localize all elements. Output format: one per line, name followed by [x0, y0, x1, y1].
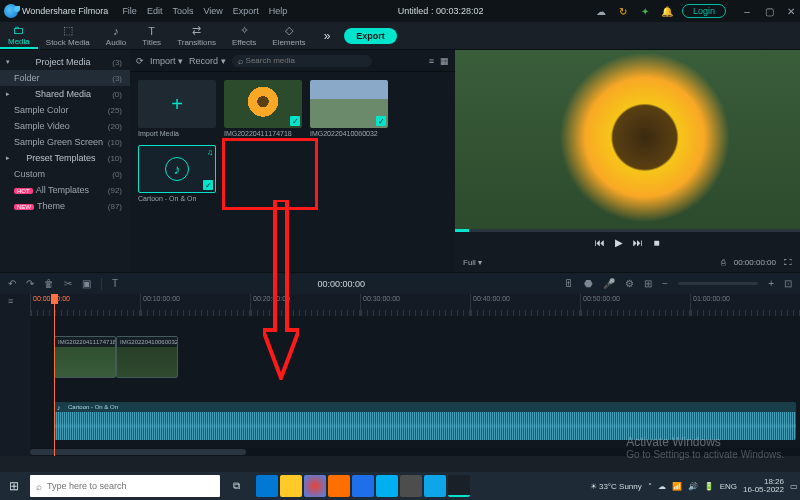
undo-icon[interactable]: ↶ [8, 278, 16, 289]
battery-icon[interactable]: 🔋 [704, 482, 714, 491]
more-tabs-icon[interactable]: » [324, 29, 331, 43]
bell-icon[interactable]: 🔔 [660, 4, 674, 18]
volume-icon[interactable]: 🔊 [688, 482, 698, 491]
zoom-fit-icon[interactable]: ⊡ [784, 278, 792, 289]
login-button[interactable]: Login [682, 4, 726, 18]
app-firefox-icon[interactable] [328, 475, 350, 497]
taskbar-clock[interactable]: 18:26 16-05-2022 [743, 478, 784, 494]
text-icon[interactable]: T [112, 278, 118, 289]
sidebar-all-templates[interactable]: HOTAll Templates(92) [0, 182, 130, 198]
refresh-icon[interactable]: ⟳ [136, 56, 144, 66]
video-clip-1[interactable]: IMG20220411174718 [54, 336, 116, 378]
sidebar-sample-video[interactable]: Sample Video(20) [0, 118, 130, 134]
menu-tools[interactable]: Tools [172, 6, 193, 16]
menu-help[interactable]: Help [269, 6, 288, 16]
sidebar-theme[interactable]: NEWTheme(87) [0, 198, 130, 214]
tab-effects[interactable]: ✧Effects [224, 22, 264, 49]
start-button[interactable]: ⊞ [2, 474, 26, 498]
render-icon[interactable]: ⚙ [625, 278, 634, 289]
media-item-2[interactable]: ✓ IMG20220410060032 [310, 80, 388, 137]
app-skype-icon[interactable] [376, 475, 398, 497]
redo-icon[interactable]: ↷ [26, 278, 34, 289]
gift-icon[interactable]: ✦ [638, 4, 652, 18]
preview-viewport[interactable] [455, 50, 800, 232]
media-item-audio[interactable]: ♪ ♫ ✓ Cartoon - On & On [138, 145, 216, 202]
menu-export[interactable]: Export [233, 6, 259, 16]
app-explorer-icon[interactable] [280, 475, 302, 497]
menu-view[interactable]: View [203, 6, 222, 16]
cloud-icon[interactable]: ☁ [594, 4, 608, 18]
close-button[interactable]: ✕ [786, 6, 796, 17]
menu-edit[interactable]: Edit [147, 6, 163, 16]
zoom-in-icon[interactable]: + [768, 278, 774, 289]
onedrive-icon[interactable]: ☁ [658, 482, 666, 491]
voiceover-icon[interactable]: 🎤 [603, 278, 615, 289]
sidebar-folder[interactable]: Folder(3) [0, 70, 130, 86]
tab-titles[interactable]: TTitles [134, 22, 169, 49]
video-clip-2[interactable]: IMG20220410060032 [116, 336, 178, 378]
quality-selector[interactable]: Full ▾ [463, 258, 482, 267]
app-edge-icon[interactable] [256, 475, 278, 497]
app-filmora-icon[interactable] [448, 475, 470, 497]
prev-frame-icon[interactable]: ⏮ [595, 237, 605, 248]
import-tile[interactable]: + Import Media [138, 80, 216, 137]
tab-stock-media[interactable]: ⬚Stock Media [38, 22, 98, 49]
tray-chevron-icon[interactable]: ˄ [648, 482, 652, 491]
play-icon[interactable]: ▶ [615, 237, 623, 248]
sidebar-sample-color[interactable]: Sample Color(25) [0, 102, 130, 118]
grid-view-icon[interactable]: ▦ [440, 56, 449, 66]
playhead[interactable] [54, 294, 55, 456]
media-item-1[interactable]: ✓ IMG20220411174718 [224, 80, 302, 137]
taskbar-search-input[interactable] [47, 481, 214, 491]
sync-icon[interactable]: ↻ [616, 4, 630, 18]
language-indicator[interactable]: ENG [720, 482, 737, 491]
time-ruler[interactable]: 00:00:00:00 00:10:00:00 00:20:00:00 00:3… [30, 294, 800, 316]
app-mail-icon[interactable] [424, 475, 446, 497]
record-dropdown[interactable]: Record ▾ [189, 56, 226, 66]
notifications-icon[interactable]: ▭ [790, 482, 798, 491]
app-word-icon[interactable] [352, 475, 374, 497]
snap-icon[interactable]: ⊞ [644, 278, 652, 289]
timeline[interactable]: ≡ 00:00:00:00 00:10:00:00 00:20:00:00 00… [0, 294, 800, 456]
zoom-out-icon[interactable]: − [662, 278, 668, 289]
scrollbar-thumb[interactable] [30, 449, 246, 455]
crop-icon[interactable]: ▣ [82, 278, 91, 289]
import-dropdown[interactable]: Import ▾ [150, 56, 183, 66]
sidebar-project-media[interactable]: Project Media(3) [0, 54, 130, 70]
expand-icon[interactable]: ⛶ [784, 258, 792, 267]
tab-transitions[interactable]: ⇄Transitions [169, 22, 224, 49]
taskbar-search[interactable]: ⌕ [30, 475, 220, 497]
tab-elements[interactable]: ◇Elements [264, 22, 313, 49]
task-view-icon[interactable]: ⧉ [224, 474, 248, 498]
preview-scrubber[interactable] [455, 229, 800, 232]
search-media-box[interactable]: ⌕ [232, 55, 372, 67]
maximize-button[interactable]: ▢ [764, 6, 774, 17]
app-chrome-icon[interactable] [304, 475, 326, 497]
app-store-icon[interactable] [400, 475, 422, 497]
track-head-column: ≡ [0, 294, 30, 456]
video-track-1[interactable]: 🔒 👁 IMG20220411174718 IMG20220410060032 [30, 334, 800, 380]
sidebar-custom[interactable]: Custom(0) [0, 166, 130, 182]
timeline-menu-icon[interactable]: ≡ [8, 296, 13, 306]
split-icon[interactable]: ✂ [64, 278, 72, 289]
tab-media[interactable]: 🗀Media [0, 22, 38, 49]
effects-icon: ✧ [240, 24, 249, 37]
menu-file[interactable]: File [122, 6, 137, 16]
sidebar-shared-media[interactable]: Shared Media(0) [0, 86, 130, 102]
wifi-icon[interactable]: 📶 [672, 482, 682, 491]
delete-icon[interactable]: 🗑 [44, 278, 54, 289]
search-media-input[interactable] [246, 56, 366, 65]
zoom-slider[interactable] [678, 282, 758, 285]
minimize-button[interactable]: – [742, 6, 752, 17]
weather-widget[interactable]: ☀ 33°C Sunny [590, 482, 642, 491]
snapshot-icon[interactable]: ⎙ [721, 258, 726, 267]
sidebar-preset-templates[interactable]: Preset Templates(10) [0, 150, 130, 166]
stop-icon[interactable]: ■ [653, 237, 659, 248]
export-button[interactable]: Export [344, 28, 397, 44]
mixer-icon[interactable]: 🎚 [564, 278, 574, 289]
marker-icon[interactable]: ⬣ [584, 278, 593, 289]
tab-audio[interactable]: ♪Audio [98, 22, 134, 49]
sidebar-sample-green[interactable]: Sample Green Screen(10) [0, 134, 130, 150]
sort-icon[interactable]: ≡ [429, 56, 434, 66]
next-frame-icon[interactable]: ⏭ [633, 237, 643, 248]
